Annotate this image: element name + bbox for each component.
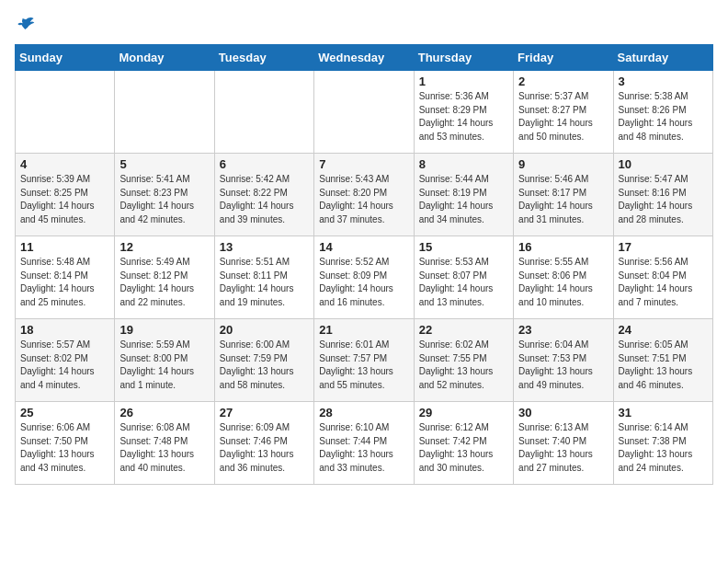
day-number: 11: [20, 240, 109, 254]
calendar-cell: 21Sunrise: 6:01 AM Sunset: 7:57 PM Dayli…: [314, 319, 414, 402]
day-number: 21: [319, 323, 408, 337]
day-number: 3: [619, 75, 708, 88]
calendar-cell: 20Sunrise: 6:00 AM Sunset: 7:59 PM Dayli…: [214, 319, 313, 402]
day-info: Sunrise: 5:43 AM Sunset: 8:20 PM Dayligh…: [319, 173, 408, 226]
day-info: Sunrise: 5:59 AM Sunset: 8:00 PM Dayligh…: [119, 339, 209, 392]
calendar-cell: 6Sunrise: 5:42 AM Sunset: 8:22 PM Daylig…: [214, 154, 313, 236]
calendar-cell: 7Sunrise: 5:43 AM Sunset: 8:20 PM Daylig…: [314, 154, 414, 236]
calendar-header: SundayMondayTuesdayWednesdayThursdayFrid…: [16, 45, 713, 71]
header-day-friday: Friday: [514, 45, 613, 71]
calendar-cell: 30Sunrise: 6:13 AM Sunset: 7:40 PM Dayli…: [514, 402, 613, 485]
day-info: Sunrise: 5:44 AM Sunset: 8:19 PM Dayligh…: [419, 173, 508, 226]
week-row-3: 11Sunrise: 5:48 AM Sunset: 8:14 PM Dayli…: [16, 236, 713, 319]
day-info: Sunrise: 6:00 AM Sunset: 7:59 PM Dayligh…: [220, 339, 309, 392]
day-info: Sunrise: 6:02 AM Sunset: 7:55 PM Dayligh…: [419, 339, 508, 392]
day-info: Sunrise: 6:09 AM Sunset: 7:46 PM Dayligh…: [220, 421, 309, 475]
day-info: Sunrise: 6:01 AM Sunset: 7:57 PM Dayligh…: [319, 339, 408, 392]
calendar-cell: 29Sunrise: 6:12 AM Sunset: 7:42 PM Dayli…: [414, 402, 513, 485]
day-number: 29: [419, 406, 508, 419]
calendar-table: SundayMondayTuesdayWednesdayThursdayFrid…: [15, 44, 713, 485]
day-number: 30: [518, 406, 608, 419]
header-day-tuesday: Tuesday: [214, 45, 313, 71]
day-info: Sunrise: 5:49 AM Sunset: 8:12 PM Dayligh…: [119, 256, 209, 309]
calendar-cell: 24Sunrise: 6:05 AM Sunset: 7:51 PM Dayli…: [613, 319, 712, 402]
logo: [15, 15, 35, 33]
header-day-wednesday: Wednesday: [314, 45, 414, 71]
calendar-cell: 9Sunrise: 5:46 AM Sunset: 8:17 PM Daylig…: [514, 154, 613, 236]
day-info: Sunrise: 6:12 AM Sunset: 7:42 PM Dayligh…: [419, 421, 508, 475]
calendar-cell: 25Sunrise: 6:06 AM Sunset: 7:50 PM Dayli…: [16, 402, 115, 485]
header-row: SundayMondayTuesdayWednesdayThursdayFrid…: [16, 45, 713, 71]
day-info: Sunrise: 5:37 AM Sunset: 8:27 PM Dayligh…: [518, 90, 608, 144]
header-day-sunday: Sunday: [16, 45, 115, 71]
day-number: 26: [119, 406, 209, 419]
calendar-cell: 10Sunrise: 5:47 AM Sunset: 8:16 PM Dayli…: [613, 154, 712, 236]
day-info: Sunrise: 5:56 AM Sunset: 8:04 PM Dayligh…: [619, 256, 708, 309]
day-number: 13: [220, 240, 309, 254]
day-number: 20: [220, 323, 309, 337]
day-number: 24: [619, 323, 708, 337]
day-info: Sunrise: 5:38 AM Sunset: 8:26 PM Dayligh…: [619, 90, 708, 144]
day-number: 31: [619, 406, 708, 419]
day-info: Sunrise: 6:14 AM Sunset: 7:38 PM Dayligh…: [619, 421, 708, 475]
day-info: Sunrise: 6:06 AM Sunset: 7:50 PM Dayligh…: [20, 421, 109, 475]
day-number: 4: [20, 157, 109, 171]
day-info: Sunrise: 5:55 AM Sunset: 8:06 PM Dayligh…: [518, 256, 608, 309]
header-day-thursday: Thursday: [414, 45, 513, 71]
day-info: Sunrise: 6:05 AM Sunset: 7:51 PM Dayligh…: [619, 339, 708, 392]
calendar-cell: 14Sunrise: 5:52 AM Sunset: 8:09 PM Dayli…: [314, 236, 414, 319]
calendar-body: 1Sunrise: 5:36 AM Sunset: 8:29 PM Daylig…: [16, 71, 713, 485]
day-number: 14: [319, 240, 408, 254]
day-number: 8: [419, 157, 508, 171]
day-info: Sunrise: 5:46 AM Sunset: 8:17 PM Dayligh…: [518, 173, 608, 226]
calendar-cell: 15Sunrise: 5:53 AM Sunset: 8:07 PM Dayli…: [414, 236, 513, 319]
calendar-cell: 4Sunrise: 5:39 AM Sunset: 8:25 PM Daylig…: [16, 154, 115, 236]
calendar-cell: 17Sunrise: 5:56 AM Sunset: 8:04 PM Dayli…: [613, 236, 712, 319]
day-number: 19: [119, 323, 209, 337]
calendar-cell: 13Sunrise: 5:51 AM Sunset: 8:11 PM Dayli…: [214, 236, 313, 319]
calendar-cell: [314, 71, 414, 154]
calendar-cell: [115, 71, 214, 154]
page-header: [15, 15, 713, 33]
day-number: 7: [319, 157, 408, 171]
day-info: Sunrise: 6:13 AM Sunset: 7:40 PM Dayligh…: [518, 421, 608, 475]
day-number: 2: [518, 75, 608, 88]
header-day-saturday: Saturday: [613, 45, 712, 71]
day-number: 18: [20, 323, 109, 337]
calendar-cell: 22Sunrise: 6:02 AM Sunset: 7:55 PM Dayli…: [414, 319, 513, 402]
calendar-cell: 23Sunrise: 6:04 AM Sunset: 7:53 PM Dayli…: [514, 319, 613, 402]
day-number: 17: [619, 240, 708, 254]
day-number: 5: [119, 157, 209, 171]
week-row-2: 4Sunrise: 5:39 AM Sunset: 8:25 PM Daylig…: [16, 154, 713, 236]
calendar-cell: [16, 71, 115, 154]
calendar-cell: 1Sunrise: 5:36 AM Sunset: 8:29 PM Daylig…: [414, 71, 513, 154]
day-number: 27: [220, 406, 309, 419]
week-row-1: 1Sunrise: 5:36 AM Sunset: 8:29 PM Daylig…: [16, 71, 713, 154]
day-number: 6: [220, 157, 309, 171]
calendar-cell: 27Sunrise: 6:09 AM Sunset: 7:46 PM Dayli…: [214, 402, 313, 485]
day-info: Sunrise: 5:41 AM Sunset: 8:23 PM Dayligh…: [119, 173, 209, 226]
calendar-cell: 16Sunrise: 5:55 AM Sunset: 8:06 PM Dayli…: [514, 236, 613, 319]
calendar-cell: 28Sunrise: 6:10 AM Sunset: 7:44 PM Dayli…: [314, 402, 414, 485]
calendar-cell: 31Sunrise: 6:14 AM Sunset: 7:38 PM Dayli…: [613, 402, 712, 485]
logo-bird-icon: [17, 15, 35, 33]
calendar-cell: 12Sunrise: 5:49 AM Sunset: 8:12 PM Dayli…: [115, 236, 214, 319]
day-number: 23: [518, 323, 608, 337]
day-number: 16: [518, 240, 608, 254]
day-info: Sunrise: 5:39 AM Sunset: 8:25 PM Dayligh…: [20, 173, 109, 226]
week-row-5: 25Sunrise: 6:06 AM Sunset: 7:50 PM Dayli…: [16, 402, 713, 485]
day-info: Sunrise: 6:04 AM Sunset: 7:53 PM Dayligh…: [518, 339, 608, 392]
day-number: 22: [419, 323, 508, 337]
day-info: Sunrise: 5:42 AM Sunset: 8:22 PM Dayligh…: [220, 173, 309, 226]
day-info: Sunrise: 5:57 AM Sunset: 8:02 PM Dayligh…: [20, 339, 109, 392]
day-info: Sunrise: 5:53 AM Sunset: 8:07 PM Dayligh…: [419, 256, 508, 309]
calendar-cell: 2Sunrise: 5:37 AM Sunset: 8:27 PM Daylig…: [514, 71, 613, 154]
calendar-cell: 3Sunrise: 5:38 AM Sunset: 8:26 PM Daylig…: [613, 71, 712, 154]
day-info: Sunrise: 5:47 AM Sunset: 8:16 PM Dayligh…: [619, 173, 708, 226]
calendar-cell: 19Sunrise: 5:59 AM Sunset: 8:00 PM Dayli…: [115, 319, 214, 402]
day-number: 15: [419, 240, 508, 254]
calendar-cell: [214, 71, 313, 154]
day-info: Sunrise: 5:36 AM Sunset: 8:29 PM Dayligh…: [419, 90, 508, 144]
calendar-cell: 26Sunrise: 6:08 AM Sunset: 7:48 PM Dayli…: [115, 402, 214, 485]
day-number: 12: [119, 240, 209, 254]
